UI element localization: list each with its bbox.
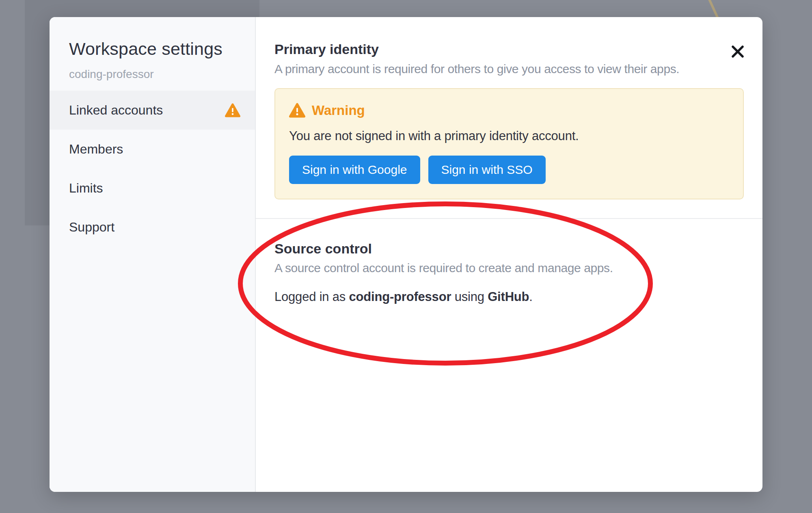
- workspace-settings-modal: Workspace settings coding-professor Link…: [50, 17, 762, 492]
- warning-alert: Warning You are not signed in with a pri…: [274, 88, 744, 199]
- warning-icon: [289, 103, 305, 118]
- sidebar-item-label: Members: [69, 142, 123, 157]
- source-control-section: Source control A source control account …: [256, 219, 762, 305]
- sign-in-button-row: Sign in with Google Sign in with SSO: [289, 156, 729, 184]
- sidebar-item-label: Support: [69, 220, 114, 235]
- close-icon: [730, 44, 745, 59]
- settings-sidebar: Workspace settings coding-professor Link…: [50, 17, 256, 492]
- close-button[interactable]: [728, 42, 747, 61]
- primary-identity-description: A primary account is required for others…: [274, 62, 744, 76]
- login-account-name: coding-professor: [349, 290, 451, 304]
- login-status-connector: using: [451, 290, 488, 304]
- warning-title: Warning: [312, 103, 365, 118]
- sign-in-sso-button[interactable]: Sign in with SSO: [428, 156, 546, 184]
- warning-message: You are not signed in with a primary ide…: [289, 129, 729, 143]
- sidebar-item-linked-accounts[interactable]: Linked accounts: [50, 91, 255, 130]
- warning-icon: [225, 103, 240, 117]
- warning-alert-header: Warning: [289, 103, 729, 118]
- modal-title: Workspace settings: [69, 39, 235, 59]
- login-status: Logged in as coding-professor using GitH…: [274, 290, 744, 304]
- workspace-name: coding-professor: [69, 68, 235, 81]
- sign-in-google-button[interactable]: Sign in with Google: [289, 156, 420, 184]
- primary-identity-section: Primary identity A primary account is re…: [256, 17, 762, 199]
- sidebar-item-support[interactable]: Support: [50, 208, 255, 247]
- sidebar-item-members[interactable]: Members: [50, 130, 255, 169]
- login-status-suffix: .: [529, 290, 532, 304]
- login-status-prefix: Logged in as: [274, 290, 349, 304]
- sidebar-item-limits[interactable]: Limits: [50, 169, 255, 208]
- sidebar-nav: Linked accounts Members Limits Support: [50, 91, 255, 247]
- primary-identity-heading: Primary identity: [274, 41, 744, 58]
- login-provider-name: GitHub: [488, 290, 529, 304]
- settings-content: Primary identity A primary account is re…: [256, 17, 762, 492]
- sidebar-header: Workspace settings coding-professor: [50, 17, 255, 91]
- sidebar-item-label: Limits: [69, 181, 103, 196]
- source-control-heading: Source control: [274, 240, 744, 258]
- sidebar-item-label: Linked accounts: [69, 103, 163, 118]
- source-control-description: A source control account is required to …: [274, 261, 744, 275]
